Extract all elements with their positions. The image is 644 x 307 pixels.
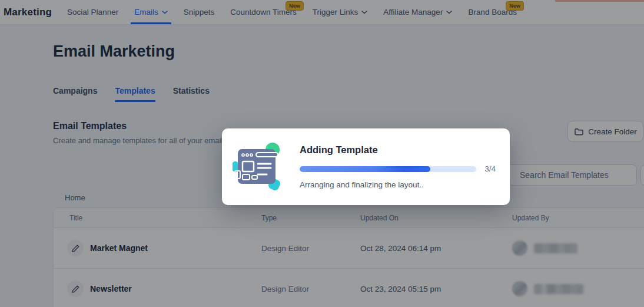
progress-step-count: 3/4 — [484, 164, 496, 173]
progress-bar-track — [300, 166, 476, 172]
progress-bar-fill — [300, 166, 430, 172]
progress-status-text: Arranging and finalizing the layout.. — [300, 180, 496, 189]
adding-template-modal: Adding Template 3/4 Arranging and finali… — [222, 128, 510, 205]
template-illustration — [233, 141, 287, 192]
email-marketing-page: Marketing Social Planner Emails Snippets… — [0, 0, 644, 307]
modal-title: Adding Template — [300, 144, 496, 156]
modal-body: Adding Template 3/4 Arranging and finali… — [300, 144, 496, 189]
progress-row: 3/4 — [300, 164, 496, 173]
